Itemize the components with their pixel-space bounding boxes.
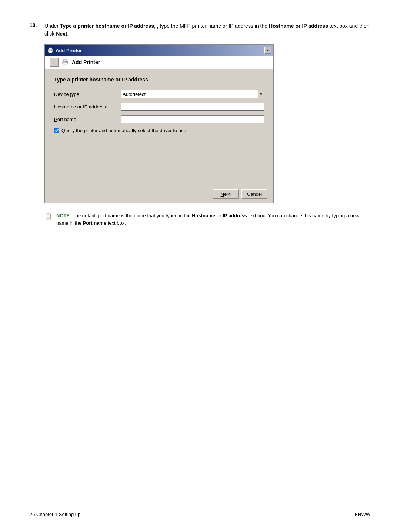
dialog-subheader: ← Add Printer (45, 56, 273, 69)
hostname-input[interactable] (121, 103, 264, 111)
subheader-printer-icon (61, 58, 69, 66)
dialog-spacer (54, 135, 264, 179)
bold-next: Next (56, 31, 67, 37)
next-button[interactable]: Next (213, 189, 239, 199)
device-type-label: Device type: (54, 91, 121, 97)
port-name-label: Port name: (54, 117, 121, 122)
note-icon: 📋 (44, 213, 53, 220)
footer-right: ENWW (354, 512, 370, 517)
svg-point-3 (51, 50, 52, 51)
query-printer-row: Query the printer and automatically sele… (54, 128, 264, 133)
note-bold-portname: Port name (83, 220, 107, 226)
note-label: NOTE: (56, 213, 71, 218)
query-printer-checkbox[interactable] (54, 128, 59, 133)
cancel-label: Cancel (247, 191, 262, 197)
back-button[interactable]: ← (50, 58, 59, 67)
port-name-input[interactable] (121, 115, 264, 123)
dialog-titlebar: Add Printer × (45, 45, 273, 56)
svg-rect-5 (63, 59, 67, 61)
cancel-button[interactable]: Cancel (241, 189, 267, 199)
dialog-body: Type a printer hostname or IP address De… (45, 69, 273, 185)
bold-type-hostname: Type a printer hostname or IP address (60, 23, 154, 29)
footer-left: 26 Chapter 1 Setting up (30, 512, 80, 517)
svg-point-7 (66, 61, 67, 62)
dialog-footer: Next Cancel (45, 185, 273, 203)
svg-rect-1 (49, 48, 52, 50)
port-name-row: Port name: (54, 115, 264, 123)
device-type-select-wrapper: Autodetect ▼ (121, 90, 264, 98)
instruction-text: Under Type a printer hostname or IP addr… (44, 22, 370, 38)
note-block: 📋 NOTE: The default port name is the nam… (44, 212, 370, 231)
subheader-title: Add Printer (72, 59, 100, 65)
hostname-label: Hostname or IP address: (54, 104, 121, 110)
svg-rect-6 (63, 63, 67, 64)
section-title: Type a printer hostname or IP address (54, 77, 264, 83)
device-type-select[interactable]: Autodetect (121, 90, 258, 98)
svg-rect-2 (49, 51, 52, 53)
note-text: NOTE: The default port name is the name … (56, 212, 370, 227)
printer-icon (47, 47, 53, 53)
device-type-row: Device type: Autodetect ▼ (54, 90, 264, 98)
note-bold-hostname: Hostname or IP address (192, 213, 247, 218)
hostname-row: Hostname or IP address: (54, 103, 264, 111)
query-printer-label: Query the printer and automatically sele… (61, 128, 186, 133)
titlebar-left: Add Printer (47, 47, 82, 53)
step-number: 10. (30, 22, 44, 28)
dialog-close-button[interactable]: × (264, 47, 271, 54)
bold-hostname-label: Hostname or IP address (269, 23, 328, 29)
step-10-block: 10. Under Type a printer hostname or IP … (30, 22, 370, 38)
select-dropdown-arrow[interactable]: ▼ (258, 90, 264, 98)
dialog-title-text: Add Printer (56, 48, 82, 53)
page-footer: 26 Chapter 1 Setting up ENWW (30, 512, 370, 517)
add-printer-dialog: Add Printer × ← Add Printer Type a print… (44, 44, 274, 203)
